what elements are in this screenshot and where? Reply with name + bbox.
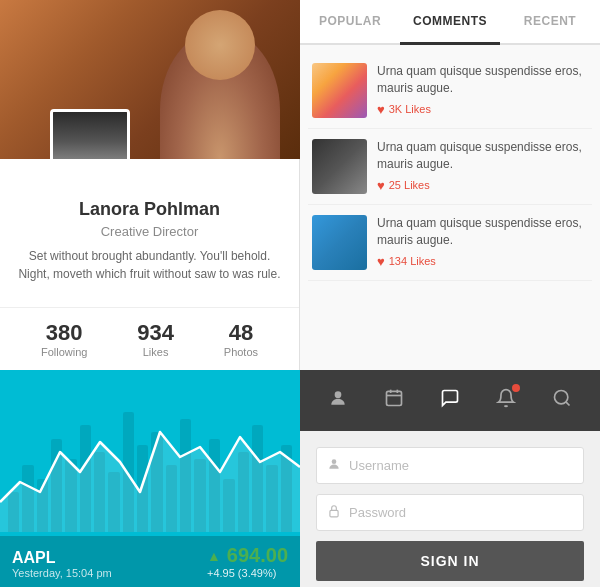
post-likes: ♥ 134 Likes	[377, 254, 588, 269]
profile-title: Creative Director	[16, 224, 283, 239]
likes-count: 134 Likes	[389, 255, 436, 267]
chart-bottom-info: AAPL Yesterday, 15:04 pm ▲ 694.00 +4.95 …	[12, 544, 288, 579]
post-thumbnail	[312, 139, 367, 194]
username-wrapper	[316, 447, 584, 484]
password-input[interactable]	[349, 495, 573, 530]
stat-following: 380 Following	[41, 320, 87, 358]
svg-point-5	[555, 391, 568, 404]
comment-icon	[440, 388, 460, 408]
tab-content: Urna quam quisque suspendisse eros, maur…	[300, 45, 600, 370]
login-form: SIGN IN	[300, 431, 600, 587]
avatar	[50, 109, 130, 159]
password-wrapper	[316, 494, 584, 531]
user-icon-btn[interactable]	[324, 384, 352, 417]
svg-rect-1	[387, 391, 402, 405]
photos-label: Photos	[224, 346, 258, 358]
likes-number: 934	[137, 320, 174, 346]
notification-badge	[512, 384, 520, 392]
post-text: Urna quam quisque suspendisse eros, maur…	[377, 139, 588, 173]
content-panel: POPULAR COMMENTS RECENT Urna quam quisqu…	[300, 0, 600, 370]
photos-number: 48	[224, 320, 258, 346]
stat-photos: 48 Photos	[224, 320, 258, 358]
person-icon	[327, 457, 341, 471]
heart-icon: ♥	[377, 254, 385, 269]
chart-line-svg	[0, 412, 300, 532]
thumb-image	[312, 215, 367, 270]
lock-icon-svg	[327, 504, 341, 518]
user-icon	[328, 388, 348, 408]
post-likes: ♥ 25 Likes	[377, 178, 588, 193]
svg-rect-8	[330, 510, 338, 516]
chart-ticker: AAPL	[12, 549, 112, 567]
heart-icon: ♥	[377, 178, 385, 193]
post-info: Urna quam quisque suspendisse eros, maur…	[377, 63, 588, 117]
svg-point-0	[335, 391, 342, 398]
calendar-icon	[384, 388, 404, 408]
price-arrow-icon: ▲	[207, 548, 221, 564]
post-text: Urna quam quisque suspendisse eros, maur…	[377, 63, 588, 97]
post-thumbnail	[312, 63, 367, 118]
chart-panel: AAPL Yesterday, 15:04 pm ▲ 694.00 +4.95 …	[0, 370, 300, 587]
post-info: Urna quam quisque suspendisse eros, maur…	[377, 139, 588, 193]
search-icon	[552, 388, 572, 408]
chart-change: +4.95 (3.49%)	[207, 567, 288, 579]
profile-info: Lanora Pohlman Creative Director Set wit…	[0, 159, 299, 307]
following-label: Following	[41, 346, 87, 358]
chart-date: Yesterday, 15:04 pm	[12, 567, 112, 579]
banner-illustration	[160, 0, 280, 159]
thumb-image	[312, 139, 367, 194]
chart-info: AAPL Yesterday, 15:04 pm ▲ 694.00 +4.95 …	[0, 536, 300, 587]
calendar-icon-btn[interactable]	[380, 384, 408, 417]
profile-panel: Lanora Pohlman Creative Director Set wit…	[0, 0, 300, 370]
post-thumbnail	[312, 215, 367, 270]
post-item: Urna quam quisque suspendisse eros, maur…	[308, 53, 592, 129]
post-text: Urna quam quisque suspendisse eros, maur…	[377, 215, 588, 249]
username-input[interactable]	[349, 448, 573, 483]
post-item: Urna quam quisque suspendisse eros, maur…	[308, 129, 592, 205]
chart-price: ▲ 694.00	[207, 544, 288, 567]
svg-line-6	[566, 402, 570, 406]
signin-button[interactable]: SIGN IN	[316, 541, 584, 581]
post-item: Urna quam quisque suspendisse eros, maur…	[308, 205, 592, 281]
search-icon-btn[interactable]	[548, 384, 576, 417]
likes-count: 3K Likes	[389, 103, 431, 115]
tab-comments[interactable]: COMMENTS	[400, 0, 500, 45]
lock-icon	[327, 504, 341, 521]
stat-likes: 934 Likes	[137, 320, 174, 358]
profile-bio: Set without brought abundantly. You'll b…	[16, 247, 283, 283]
svg-point-7	[332, 459, 337, 464]
thumb-image	[312, 63, 367, 118]
tab-bar: POPULAR COMMENTS RECENT	[300, 0, 600, 45]
username-icon	[327, 457, 341, 474]
login-panel: SIGN IN	[300, 370, 600, 587]
figure-head	[185, 10, 255, 80]
post-info: Urna quam quisque suspendisse eros, maur…	[377, 215, 588, 269]
likes-label: Likes	[137, 346, 174, 358]
profile-stats: 380 Following 934 Likes 48 Photos	[0, 307, 299, 370]
chart-ticker-date: AAPL Yesterday, 15:04 pm	[12, 549, 112, 579]
heart-icon: ♥	[377, 102, 385, 117]
price-value: 694.00	[227, 544, 288, 567]
avatar-image	[53, 112, 127, 159]
following-number: 380	[41, 320, 87, 346]
comment-icon-btn[interactable]	[436, 384, 464, 417]
likes-count: 25 Likes	[389, 179, 430, 191]
profile-banner	[0, 0, 300, 159]
tab-popular[interactable]: POPULAR	[300, 0, 400, 45]
bell-icon-btn[interactable]	[492, 384, 520, 417]
chart-price-info: ▲ 694.00 +4.95 (3.49%)	[207, 544, 288, 579]
post-likes: ♥ 3K Likes	[377, 102, 588, 117]
icon-bar	[300, 370, 600, 431]
tab-recent[interactable]: RECENT	[500, 0, 600, 45]
profile-name: Lanora Pohlman	[16, 199, 283, 220]
